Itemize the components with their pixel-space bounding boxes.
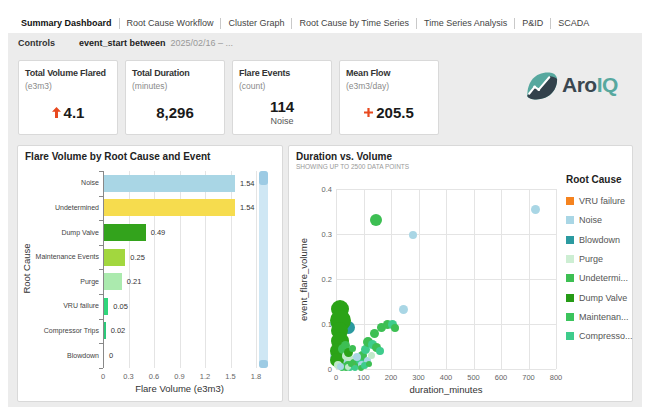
legend-label: VRU failure — [579, 196, 625, 206]
scatter-point[interactable] — [531, 205, 540, 214]
bar-category-label: Blowdown — [24, 352, 99, 359]
scrollbar-thumb-bottom[interactable] — [259, 360, 268, 368]
bar-value-label: 1.54 — [240, 203, 255, 212]
x-tick-label: 600 — [486, 373, 516, 382]
bar-chart-ylabel: Root Cause — [21, 234, 32, 304]
legend-item-maintenan[interactable]: Maintenan... — [566, 312, 629, 322]
scatter-point[interactable] — [376, 347, 384, 355]
kpi-card-total-duration: Total Duration(minutes)8,296 — [125, 60, 225, 135]
scatter-panel: Duration vs. Volume SHOWING UP TO 2500 D… — [288, 145, 633, 402]
scrollbar-thumb-top[interactable] — [259, 171, 268, 185]
bar-compressor-trips[interactable] — [104, 322, 106, 339]
plus-icon — [364, 107, 373, 118]
y-axis-tick — [99, 171, 103, 172]
gridline — [256, 171, 257, 368]
y-axis-tick — [99, 343, 103, 344]
bar-maintenance-events[interactable] — [104, 249, 125, 266]
kpi-value: 114 — [233, 98, 331, 115]
kpi-footnote: Noise — [233, 116, 331, 126]
scatter-point[interactable] — [337, 363, 344, 370]
tab-time-series-analysis[interactable]: Time Series Analysis — [417, 14, 514, 33]
y-tick-label: 0.3 — [306, 230, 332, 239]
controls-label: Controls — [18, 38, 55, 48]
scatter-point[interactable] — [352, 365, 358, 371]
scatter-point[interactable] — [366, 361, 372, 367]
legend-item-blowdown[interactable]: Blowdown — [566, 235, 620, 245]
legend-item-purge[interactable]: Purge — [566, 254, 603, 264]
bar-category-label: VRU failure — [24, 302, 99, 309]
legend-swatch — [566, 332, 574, 340]
logo: AroIQ — [525, 68, 618, 102]
bar-value-label: 0 — [109, 351, 113, 360]
scatter-title: Duration vs. Volume — [296, 151, 392, 162]
bar-dump-valve[interactable] — [104, 224, 146, 241]
y-axis-tick — [99, 294, 103, 295]
kpi-title: Total Duration — [132, 67, 218, 79]
kpi-subtitle: (count) — [239, 81, 325, 91]
x-tick-label: 400 — [431, 373, 461, 382]
y-axis-tick — [99, 245, 103, 246]
bar-category-label: Maintenance Events — [24, 253, 99, 260]
y-axis-tick — [99, 269, 103, 270]
gridline — [336, 234, 556, 235]
tab-scada[interactable]: SCADA — [551, 14, 596, 33]
kpi-card-mean-flow: Mean Flow(e3m3/day)205.5 — [339, 60, 439, 135]
tab-p-id[interactable]: P&ID — [515, 14, 550, 33]
legend-swatch — [566, 216, 574, 224]
bar-value-label: 0.02 — [111, 326, 126, 335]
y-tick-label: 0 — [306, 365, 332, 374]
bar-value-label: 0.49 — [151, 228, 166, 237]
bar-value-label: 1.54 — [240, 179, 255, 188]
legend-label: Compresso... — [579, 331, 633, 341]
tab-root-cause-workflow[interactable]: Root Cause Workflow — [120, 14, 221, 33]
legend-item-noise[interactable]: Noise — [566, 215, 602, 225]
kpi-value: 4.1 — [19, 104, 117, 121]
bar-purge[interactable] — [104, 273, 122, 290]
bar-chart-title: Flare Volume by Root Cause and Event — [25, 151, 210, 162]
legend-item-dump-valve[interactable]: Dump Valve — [566, 293, 627, 303]
x-tick-label: 300 — [404, 373, 434, 382]
gridline — [336, 279, 556, 280]
scatter-point[interactable] — [370, 214, 382, 226]
bar-value-label: 0.21 — [127, 277, 142, 286]
legend-item-vru-failure[interactable]: VRU failure — [566, 196, 625, 206]
bar-noise[interactable] — [104, 175, 235, 192]
bar-undetermined[interactable] — [104, 199, 235, 216]
bar-vru-failure[interactable] — [104, 298, 108, 315]
bar-chart-xlabel: Flare Volume (e3m3) — [103, 383, 256, 394]
kpi-title: Flare Events — [239, 67, 325, 79]
kpi-card-total-volume-flared: Total Volume Flared(e3m3)4.1 — [18, 60, 118, 135]
kpi-value: 205.5 — [340, 104, 438, 121]
bar-category-label: Purge — [24, 278, 99, 285]
legend-swatch — [566, 274, 574, 282]
legend-item-compresso[interactable]: Compresso... — [566, 331, 633, 341]
filter-value[interactable]: 2025/02/16 – ... — [171, 38, 234, 48]
x-tick-label: 1.8 — [241, 372, 271, 381]
scatter-point[interactable] — [391, 324, 399, 332]
scatter-point[interactable] — [368, 352, 375, 359]
scatter-point[interactable] — [409, 231, 417, 239]
x-tick-label: 800 — [541, 373, 571, 382]
kpi-title: Mean Flow — [346, 67, 432, 79]
legend-item-undetermi[interactable]: Undetermi... — [566, 273, 628, 283]
bar-category-label: Undetermined — [24, 204, 99, 211]
scatter-point[interactable] — [399, 305, 408, 314]
gridline — [556, 189, 557, 369]
filter-name[interactable]: event_start between — [79, 38, 166, 48]
legend-label: Undetermi... — [579, 273, 628, 283]
x-tick-label: 0 — [321, 373, 351, 382]
tab-summary-dashboard[interactable]: Summary Dashboard — [14, 14, 119, 33]
legend-swatch — [566, 236, 574, 244]
scatter-xlabel: duration_minutes — [336, 384, 556, 395]
chart-scrollbar[interactable] — [259, 171, 268, 368]
legend-swatch — [566, 313, 574, 321]
legend-label: Blowdown — [579, 235, 620, 245]
scatter-point[interactable] — [353, 353, 361, 361]
tab-cluster-graph[interactable]: Cluster Graph — [221, 14, 291, 33]
bar-category-label: Compressor Trips — [24, 327, 99, 334]
scatter-point[interactable] — [349, 345, 356, 352]
tab-root-cause-by-time-series[interactable]: Root Cause by Time Series — [292, 14, 416, 33]
x-tick-label: 100 — [349, 373, 379, 382]
y-tick-label: 0.2 — [306, 275, 332, 284]
sheet-tabs: Summary DashboardRoot Cause WorkflowClus… — [8, 14, 642, 33]
